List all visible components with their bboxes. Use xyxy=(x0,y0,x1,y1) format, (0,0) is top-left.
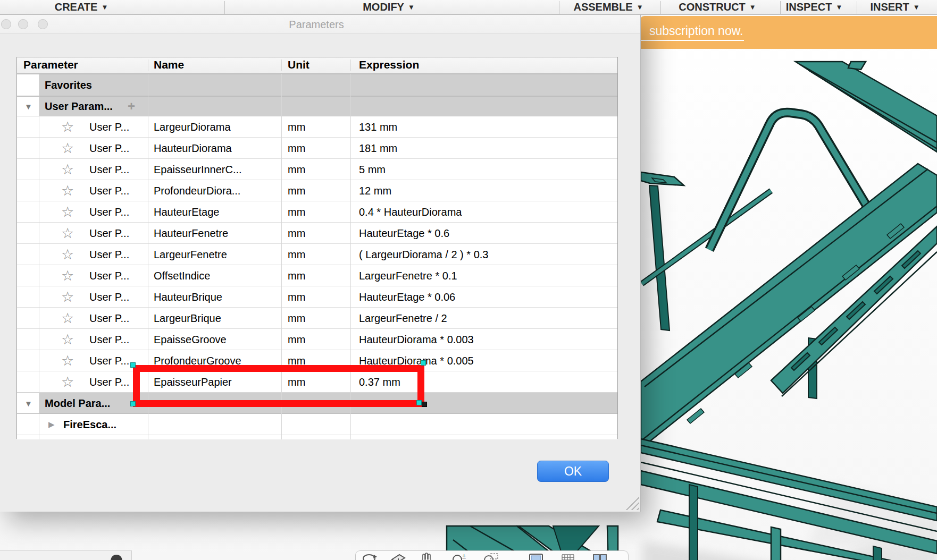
param-unit-cell[interactable]: mm xyxy=(288,291,305,303)
param-unit-cell[interactable]: mm xyxy=(288,333,305,345)
table-row-EpaisseurPapier[interactable]: ☆User P...EpaisseurPapiermm0.37 mm xyxy=(17,371,617,393)
menu-construct[interactable]: CONSTRUCT▼ xyxy=(679,0,756,14)
param-expression-cell[interactable]: 5 mm xyxy=(359,163,386,175)
param-expression-cell[interactable]: ( LargeurDiorama / 2 ) * 0.3 xyxy=(359,248,488,260)
favorite-star-icon[interactable]: ☆ xyxy=(61,183,74,198)
param-expression-cell[interactable]: HauteurDiorama * 0.003 xyxy=(359,333,474,345)
menu-insert[interactable]: INSERT▼ xyxy=(870,0,919,14)
table-row-EpaisseGroove[interactable]: ☆User P...EpaisseGroovemmHauteurDiorama … xyxy=(17,329,617,350)
grid-display-icon[interactable] xyxy=(560,553,576,560)
section-row-favorites[interactable]: Favorites xyxy=(17,74,617,96)
dialog-resize-grip[interactable] xyxy=(625,496,639,510)
param-name-cell[interactable]: ProfondeurGroove xyxy=(154,354,241,367)
param-expression-cell[interactable]: 181 mm xyxy=(359,142,397,154)
param-unit-cell[interactable]: mm xyxy=(288,227,305,239)
menu-inspect[interactable]: INSPECT▼ xyxy=(786,0,843,14)
table-row-HauteurFenetre[interactable]: ☆User P...HauteurFenetremmHauteurEtage *… xyxy=(17,223,617,244)
add-parameter-icon[interactable]: + xyxy=(128,99,135,114)
menu-separator xyxy=(559,1,559,14)
dialog-title: Parameters xyxy=(289,19,344,31)
collapse-triangle-icon[interactable]: ▼ xyxy=(24,399,32,408)
param-unit-cell[interactable]: mm xyxy=(288,312,305,324)
table-row-EpaisseurInnerC...[interactable]: ☆User P...EpaisseurInnerC...mm5 mm xyxy=(17,159,617,180)
param-unit-cell[interactable]: mm xyxy=(288,269,305,282)
param-unit-cell[interactable]: mm xyxy=(288,248,305,260)
display-settings-icon[interactable] xyxy=(528,553,544,560)
param-unit-cell[interactable]: mm xyxy=(288,376,305,388)
favorite-star-icon[interactable]: ☆ xyxy=(61,268,74,283)
favorite-star-icon[interactable]: ☆ xyxy=(61,162,74,176)
table-row-LargeurBrique[interactable]: ☆User P...LargeurBriquemmLargeurFenetre … xyxy=(17,308,617,329)
favorite-star-icon[interactable]: ☆ xyxy=(61,375,74,389)
param-name-cell[interactable]: EpaisseurInnerC... xyxy=(154,163,242,175)
viewports-icon[interactable] xyxy=(592,553,608,560)
menu-assemble[interactable]: ASSEMBLE▼ xyxy=(574,0,643,14)
favorite-star-icon[interactable]: ☆ xyxy=(61,120,74,134)
param-name-cell[interactable]: LargeurBrique xyxy=(154,312,221,324)
favorite-star-icon[interactable]: ☆ xyxy=(61,141,74,155)
param-name-cell[interactable]: EpaisseurPapier xyxy=(154,376,232,388)
param-name-cell[interactable]: HauteurBrique xyxy=(154,291,222,303)
param-expression-cell[interactable]: 131 mm xyxy=(359,121,397,133)
menu-separator xyxy=(780,1,781,14)
dialog-titlebar[interactable]: Parameters xyxy=(0,15,640,34)
table-row-fire-escape[interactable]: ▶FireEsca... xyxy=(17,414,617,435)
table-row-ProfondeurDiora...[interactable]: ☆User P...ProfondeurDiora...mm12 mm xyxy=(17,180,617,201)
table-row-LargeurDiorama[interactable]: ☆User P...LargeurDioramamm131 mm xyxy=(17,116,617,138)
param-unit-cell[interactable]: mm xyxy=(288,354,305,367)
table-row-OffsetIndice[interactable]: ☆User P...OffsetIndicemmLargeurFenetre *… xyxy=(17,265,617,286)
param-unit-cell[interactable]: mm xyxy=(288,121,305,133)
favorite-star-icon[interactable]: ☆ xyxy=(61,205,74,219)
param-name-cell[interactable]: HauteurFenetre xyxy=(154,227,228,239)
svg-text:±: ± xyxy=(462,553,466,560)
section-row-user-parameters[interactable]: ▼User Param...+ xyxy=(17,96,617,116)
param-expression-cell[interactable]: LargeurFenetre / 2 xyxy=(359,312,447,324)
window-zoom-icon[interactable] xyxy=(483,553,499,560)
param-unit-cell[interactable]: mm xyxy=(288,163,305,175)
param-expression-cell[interactable]: LargeurFenetre * 0.1 xyxy=(359,269,457,282)
look-at-icon[interactable] xyxy=(390,553,406,560)
param-expression-cell[interactable]: HauteurDiorama * 0.005 xyxy=(359,354,474,367)
column-header-expression: Expression xyxy=(359,58,419,71)
param-unit-cell[interactable]: mm xyxy=(288,206,305,218)
menu-create[interactable]: CREATE▼ xyxy=(55,0,108,14)
zoom-window-icon[interactable] xyxy=(38,19,48,29)
favorite-star-icon[interactable]: ☆ xyxy=(61,332,74,346)
param-name-cell[interactable]: EpaisseGroove xyxy=(154,333,227,345)
param-name-cell[interactable]: LargeurDiorama xyxy=(154,121,231,133)
param-name-cell[interactable]: HauteurEtage xyxy=(154,206,219,218)
param-unit-cell[interactable]: mm xyxy=(288,184,305,197)
param-expression-cell[interactable]: HauteurEtage * 0.06 xyxy=(359,291,455,303)
table-row-HauteurDiorama[interactable]: ☆User P...HauteurDioramamm181 mm xyxy=(17,138,617,159)
collapse-triangle-icon[interactable]: ▼ xyxy=(24,102,32,111)
expand-triangle-icon[interactable]: ▶ xyxy=(48,420,55,429)
ok-button[interactable]: OK xyxy=(537,461,609,482)
table-row-HauteurBrique[interactable]: ☆User P...HauteurBriquemmHauteurEtage * … xyxy=(17,286,617,308)
param-name-cell[interactable]: HauteurDiorama xyxy=(154,142,232,154)
param-type-cell: User P... xyxy=(89,142,129,154)
param-name-cell[interactable]: ProfondeurDiora... xyxy=(154,184,240,197)
menu-modify[interactable]: MODIFY▼ xyxy=(363,0,415,14)
table-row-HauteurEtage[interactable]: ☆User P...HauteurEtagemm0.4 * HauteurDio… xyxy=(17,201,617,223)
param-expression-cell[interactable]: 0.4 * HauteurDiorama xyxy=(359,206,462,218)
close-window-icon[interactable] xyxy=(1,19,11,29)
minimize-window-icon[interactable] xyxy=(18,19,28,29)
table-row-ProfondeurGroove[interactable]: ☆User P...ProfondeurGroovemmHauteurDiora… xyxy=(17,350,617,371)
param-expression-cell[interactable]: 12 mm xyxy=(359,184,391,197)
param-expression-cell[interactable]: 0.37 mm xyxy=(359,376,400,388)
pan-icon[interactable] xyxy=(419,553,434,560)
param-name-cell[interactable]: OffsetIndice xyxy=(154,269,210,282)
zoom-icon[interactable]: ± xyxy=(451,553,467,560)
favorite-star-icon[interactable]: ☆ xyxy=(61,290,74,304)
param-unit-cell[interactable]: mm xyxy=(288,142,305,154)
table-row-LargeurFenetre[interactable]: ☆User P...LargeurFenetremm( LargeurDiora… xyxy=(17,244,617,265)
param-name-cell[interactable]: LargeurFenetre xyxy=(154,248,227,260)
favorite-star-icon[interactable]: ☆ xyxy=(61,247,74,261)
param-expression-cell[interactable]: HauteurEtage * 0.6 xyxy=(359,227,449,239)
favorite-star-icon[interactable]: ☆ xyxy=(61,226,74,240)
section-row-model-parameters[interactable]: ▼Model Para... xyxy=(17,393,617,414)
favorite-star-icon[interactable]: ☆ xyxy=(61,311,74,325)
orbit-icon[interactable] xyxy=(361,553,377,560)
favorite-star-icon[interactable]: ☆ xyxy=(61,353,74,368)
subscription-link[interactable]: subscription now. xyxy=(641,24,744,41)
